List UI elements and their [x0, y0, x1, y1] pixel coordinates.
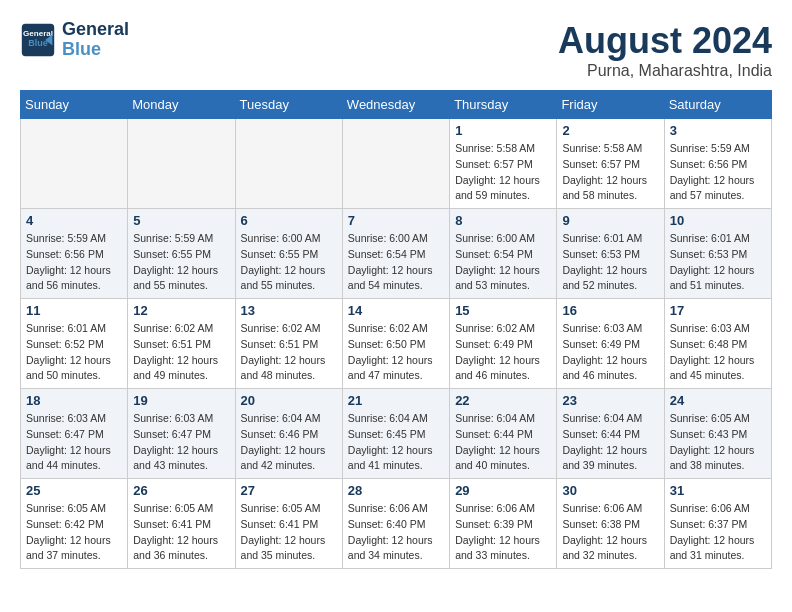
calendar-cell: 20 Sunrise: 6:04 AM Sunset: 6:46 PM Dayl…: [235, 389, 342, 479]
day-info: Sunrise: 6:01 AM Sunset: 6:52 PM Dayligh…: [26, 321, 122, 384]
day-number: 3: [670, 123, 766, 138]
day-info: Sunrise: 5:58 AM Sunset: 6:57 PM Dayligh…: [455, 141, 551, 204]
calendar-week-1: 1 Sunrise: 5:58 AM Sunset: 6:57 PM Dayli…: [21, 119, 772, 209]
day-info: Sunrise: 6:05 AM Sunset: 6:43 PM Dayligh…: [670, 411, 766, 474]
day-number: 26: [133, 483, 229, 498]
day-number: 30: [562, 483, 658, 498]
calendar-cell: 27 Sunrise: 6:05 AM Sunset: 6:41 PM Dayl…: [235, 479, 342, 569]
location-subtitle: Purna, Maharashtra, India: [558, 62, 772, 80]
day-info: Sunrise: 6:06 AM Sunset: 6:38 PM Dayligh…: [562, 501, 658, 564]
day-header-tuesday: Tuesday: [235, 91, 342, 119]
month-year-title: August 2024: [558, 20, 772, 62]
day-info: Sunrise: 6:05 AM Sunset: 6:41 PM Dayligh…: [133, 501, 229, 564]
day-header-sunday: Sunday: [21, 91, 128, 119]
day-info: Sunrise: 5:59 AM Sunset: 6:56 PM Dayligh…: [26, 231, 122, 294]
day-number: 22: [455, 393, 551, 408]
logo: General Blue GeneralBlue: [20, 20, 129, 60]
calendar-cell: 5 Sunrise: 5:59 AM Sunset: 6:55 PM Dayli…: [128, 209, 235, 299]
day-info: Sunrise: 6:02 AM Sunset: 6:50 PM Dayligh…: [348, 321, 444, 384]
calendar-cell: [342, 119, 449, 209]
calendar-cell: [235, 119, 342, 209]
day-number: 1: [455, 123, 551, 138]
calendar-cell: 28 Sunrise: 6:06 AM Sunset: 6:40 PM Dayl…: [342, 479, 449, 569]
calendar-cell: 11 Sunrise: 6:01 AM Sunset: 6:52 PM Dayl…: [21, 299, 128, 389]
day-number: 8: [455, 213, 551, 228]
calendar-cell: [21, 119, 128, 209]
day-number: 15: [455, 303, 551, 318]
day-info: Sunrise: 6:02 AM Sunset: 6:51 PM Dayligh…: [133, 321, 229, 384]
calendar-cell: 9 Sunrise: 6:01 AM Sunset: 6:53 PM Dayli…: [557, 209, 664, 299]
calendar-cell: 12 Sunrise: 6:02 AM Sunset: 6:51 PM Dayl…: [128, 299, 235, 389]
day-info: Sunrise: 5:59 AM Sunset: 6:55 PM Dayligh…: [133, 231, 229, 294]
day-header-saturday: Saturday: [664, 91, 771, 119]
svg-text:General: General: [23, 29, 53, 38]
day-info: Sunrise: 6:03 AM Sunset: 6:49 PM Dayligh…: [562, 321, 658, 384]
svg-text:Blue: Blue: [28, 38, 48, 48]
day-info: Sunrise: 6:01 AM Sunset: 6:53 PM Dayligh…: [670, 231, 766, 294]
day-number: 16: [562, 303, 658, 318]
day-number: 29: [455, 483, 551, 498]
logo-text: GeneralBlue: [62, 20, 129, 60]
calendar-cell: 2 Sunrise: 5:58 AM Sunset: 6:57 PM Dayli…: [557, 119, 664, 209]
day-info: Sunrise: 6:06 AM Sunset: 6:40 PM Dayligh…: [348, 501, 444, 564]
calendar-week-2: 4 Sunrise: 5:59 AM Sunset: 6:56 PM Dayli…: [21, 209, 772, 299]
day-number: 23: [562, 393, 658, 408]
day-number: 13: [241, 303, 337, 318]
calendar-cell: [128, 119, 235, 209]
day-info: Sunrise: 6:03 AM Sunset: 6:47 PM Dayligh…: [133, 411, 229, 474]
calendar-cell: 21 Sunrise: 6:04 AM Sunset: 6:45 PM Dayl…: [342, 389, 449, 479]
page-header: General Blue GeneralBlue August 2024 Pur…: [20, 20, 772, 80]
calendar-week-3: 11 Sunrise: 6:01 AM Sunset: 6:52 PM Dayl…: [21, 299, 772, 389]
calendar-cell: 8 Sunrise: 6:00 AM Sunset: 6:54 PM Dayli…: [450, 209, 557, 299]
calendar-week-5: 25 Sunrise: 6:05 AM Sunset: 6:42 PM Dayl…: [21, 479, 772, 569]
day-info: Sunrise: 6:00 AM Sunset: 6:54 PM Dayligh…: [348, 231, 444, 294]
day-info: Sunrise: 5:59 AM Sunset: 6:56 PM Dayligh…: [670, 141, 766, 204]
day-number: 25: [26, 483, 122, 498]
day-info: Sunrise: 5:58 AM Sunset: 6:57 PM Dayligh…: [562, 141, 658, 204]
calendar-week-4: 18 Sunrise: 6:03 AM Sunset: 6:47 PM Dayl…: [21, 389, 772, 479]
title-area: August 2024 Purna, Maharashtra, India: [558, 20, 772, 80]
day-header-thursday: Thursday: [450, 91, 557, 119]
calendar-cell: 15 Sunrise: 6:02 AM Sunset: 6:49 PM Dayl…: [450, 299, 557, 389]
calendar-cell: 30 Sunrise: 6:06 AM Sunset: 6:38 PM Dayl…: [557, 479, 664, 569]
calendar-cell: 26 Sunrise: 6:05 AM Sunset: 6:41 PM Dayl…: [128, 479, 235, 569]
day-info: Sunrise: 6:05 AM Sunset: 6:42 PM Dayligh…: [26, 501, 122, 564]
day-number: 20: [241, 393, 337, 408]
day-number: 10: [670, 213, 766, 228]
calendar-cell: 4 Sunrise: 5:59 AM Sunset: 6:56 PM Dayli…: [21, 209, 128, 299]
day-number: 7: [348, 213, 444, 228]
day-info: Sunrise: 6:03 AM Sunset: 6:48 PM Dayligh…: [670, 321, 766, 384]
calendar-cell: 14 Sunrise: 6:02 AM Sunset: 6:50 PM Dayl…: [342, 299, 449, 389]
day-info: Sunrise: 6:04 AM Sunset: 6:44 PM Dayligh…: [455, 411, 551, 474]
calendar-cell: 16 Sunrise: 6:03 AM Sunset: 6:49 PM Dayl…: [557, 299, 664, 389]
day-number: 18: [26, 393, 122, 408]
calendar-cell: 1 Sunrise: 5:58 AM Sunset: 6:57 PM Dayli…: [450, 119, 557, 209]
calendar-cell: 18 Sunrise: 6:03 AM Sunset: 6:47 PM Dayl…: [21, 389, 128, 479]
calendar-cell: 22 Sunrise: 6:04 AM Sunset: 6:44 PM Dayl…: [450, 389, 557, 479]
day-number: 14: [348, 303, 444, 318]
calendar-cell: 19 Sunrise: 6:03 AM Sunset: 6:47 PM Dayl…: [128, 389, 235, 479]
day-header-friday: Friday: [557, 91, 664, 119]
day-number: 27: [241, 483, 337, 498]
day-info: Sunrise: 6:00 AM Sunset: 6:54 PM Dayligh…: [455, 231, 551, 294]
calendar-cell: 13 Sunrise: 6:02 AM Sunset: 6:51 PM Dayl…: [235, 299, 342, 389]
day-info: Sunrise: 6:04 AM Sunset: 6:44 PM Dayligh…: [562, 411, 658, 474]
day-info: Sunrise: 6:00 AM Sunset: 6:55 PM Dayligh…: [241, 231, 337, 294]
day-info: Sunrise: 6:02 AM Sunset: 6:49 PM Dayligh…: [455, 321, 551, 384]
day-number: 11: [26, 303, 122, 318]
day-number: 9: [562, 213, 658, 228]
day-number: 2: [562, 123, 658, 138]
day-number: 24: [670, 393, 766, 408]
day-info: Sunrise: 6:04 AM Sunset: 6:46 PM Dayligh…: [241, 411, 337, 474]
day-info: Sunrise: 6:05 AM Sunset: 6:41 PM Dayligh…: [241, 501, 337, 564]
calendar-table: SundayMondayTuesdayWednesdayThursdayFrid…: [20, 90, 772, 569]
day-number: 17: [670, 303, 766, 318]
day-number: 6: [241, 213, 337, 228]
day-info: Sunrise: 6:06 AM Sunset: 6:37 PM Dayligh…: [670, 501, 766, 564]
calendar-cell: 24 Sunrise: 6:05 AM Sunset: 6:43 PM Dayl…: [664, 389, 771, 479]
day-number: 5: [133, 213, 229, 228]
calendar-cell: 6 Sunrise: 6:00 AM Sunset: 6:55 PM Dayli…: [235, 209, 342, 299]
day-info: Sunrise: 6:06 AM Sunset: 6:39 PM Dayligh…: [455, 501, 551, 564]
day-number: 12: [133, 303, 229, 318]
day-number: 21: [348, 393, 444, 408]
